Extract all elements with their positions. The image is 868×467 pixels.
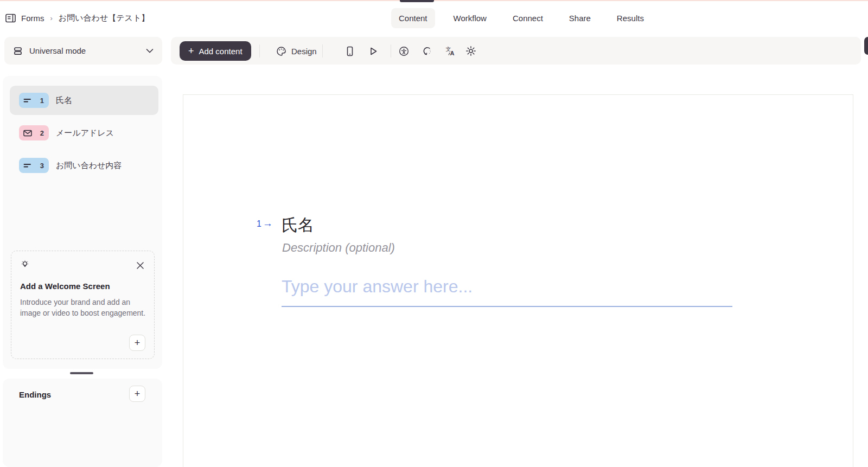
lightbulb-icon — [20, 259, 30, 269]
main-tabs: Content Workflow Connect Share Results — [391, 8, 652, 28]
toolbar-divider — [322, 44, 323, 57]
welcome-card-title: Add a Welcome Screen — [20, 282, 110, 291]
tab-workflow[interactable]: Workflow — [446, 8, 494, 28]
question-badge: 2 — [19, 125, 49, 140]
arrow-right-icon: → — [263, 217, 273, 229]
welcome-card-body: Introduce your brand and add an image or… — [20, 297, 149, 318]
mode-selector-label: Universal mode — [29, 46, 146, 55]
plus-icon: + — [188, 46, 194, 56]
settings-gear-button[interactable] — [461, 41, 481, 61]
question-row-3[interactable]: 3 お問い合わせ内容 — [10, 151, 158, 180]
design-button[interactable]: Design — [270, 41, 323, 61]
short-text-icon — [23, 162, 31, 169]
add-welcome-screen-button[interactable]: + — [129, 335, 145, 351]
breadcrumb: Forms › お問い合わせ【テスト】 — [5, 13, 149, 23]
accessibility-button[interactable] — [394, 41, 413, 61]
question-number-text: 1 — [257, 219, 261, 229]
answer-field-underline — [282, 306, 732, 307]
chevron-down-icon — [146, 48, 154, 53]
svg-text:A: A — [450, 50, 455, 56]
welcome-screen-card: Add a Welcome Screen Introduce your bran… — [11, 251, 155, 359]
question-number: 3 — [40, 162, 44, 170]
toolbar-divider — [259, 44, 260, 57]
publish-button-partial[interactable] — [864, 37, 868, 55]
question-list-panel: 1 氏名 2 メールアドレス 3 お問い合わせ内容 — [3, 76, 162, 369]
design-label: Design — [291, 47, 317, 56]
tab-content[interactable]: Content — [391, 8, 435, 28]
question-row-1[interactable]: 1 氏名 — [10, 86, 158, 115]
question-number: 1 — [40, 97, 44, 105]
breadcrumb-form-title[interactable]: お問い合わせ【テスト】 — [59, 13, 149, 23]
builder-toolbar: + Add content Design — [171, 37, 861, 65]
mode-selector[interactable]: Universal mode — [4, 37, 162, 65]
close-icon[interactable] — [133, 259, 146, 272]
question-row-2[interactable]: 2 メールアドレス — [10, 118, 158, 148]
email-icon — [23, 130, 32, 137]
top-nav: Forms › お問い合わせ【テスト】 Content Workflow Con… — [0, 1, 868, 36]
answer-placeholder[interactable]: Type your answer here... — [282, 277, 473, 297]
add-content-button[interactable]: + Add content — [180, 41, 251, 61]
add-ending-button[interactable]: + — [129, 386, 145, 402]
panel-resize-handle[interactable] — [70, 372, 93, 374]
translate-button[interactable]: 文 A — [441, 41, 460, 61]
toolbar-divider — [391, 44, 391, 57]
question-badge: 3 — [19, 158, 49, 173]
tab-connect[interactable]: Connect — [505, 8, 551, 28]
question-label: 氏名 — [56, 95, 72, 106]
question-badge: 1 — [19, 93, 49, 108]
forms-icon — [5, 14, 16, 23]
question-description-placeholder[interactable]: Description (optional) — [282, 241, 395, 255]
question-label: メールアドレス — [56, 128, 114, 138]
endings-label: Endings — [19, 390, 51, 399]
question-number: 2 — [40, 129, 44, 137]
play-preview-button[interactable] — [363, 41, 383, 61]
universal-mode-icon — [13, 46, 23, 56]
endings-panel: Endings + — [3, 379, 162, 467]
tab-results[interactable]: Results — [609, 8, 652, 28]
question-label: お問い合わせ内容 — [56, 161, 122, 171]
add-content-label: Add content — [199, 47, 242, 56]
question-title[interactable]: 氏名 — [282, 214, 314, 236]
phone-preview-button[interactable] — [340, 41, 360, 61]
breadcrumb-forms-link[interactable]: Forms — [21, 14, 44, 23]
palette-icon — [276, 46, 286, 56]
breadcrumb-separator: › — [50, 14, 53, 22]
question-number-indicator: 1 → — [257, 217, 273, 229]
active-tab-indicator — [400, 0, 434, 2]
tab-share[interactable]: Share — [561, 8, 598, 28]
history-refresh-button[interactable] — [417, 41, 437, 61]
short-text-icon — [23, 97, 31, 104]
